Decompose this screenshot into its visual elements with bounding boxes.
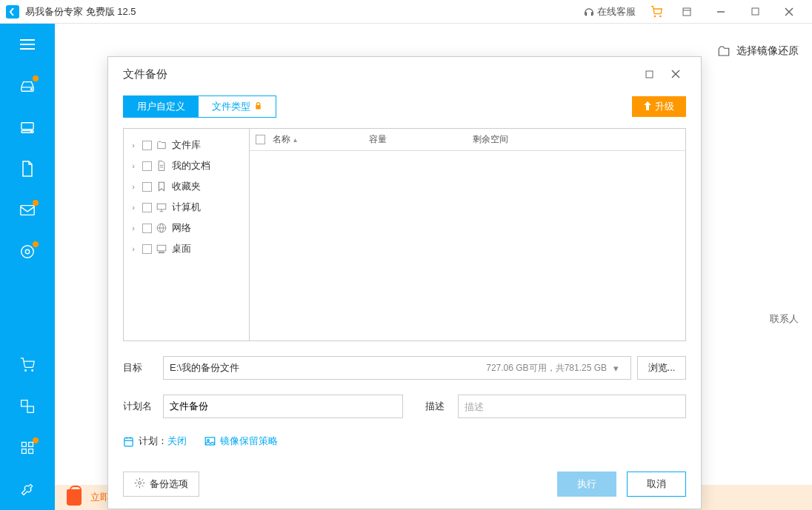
- cancel-button[interactable]: 取消: [627, 472, 686, 497]
- svg-rect-45: [205, 437, 215, 445]
- svg-point-1: [660, 16, 661, 16]
- tree-item-desktop[interactable]: › 桌面: [128, 238, 244, 259]
- select-all-checkbox[interactable]: [256, 135, 265, 144]
- checkbox[interactable]: [142, 224, 152, 233]
- svg-point-18: [25, 370, 27, 372]
- maximize-button[interactable]: [738, 0, 772, 24]
- restore-image-link[interactable]: 选择镜像还原: [717, 44, 799, 58]
- checkbox[interactable]: [142, 141, 152, 150]
- checkbox[interactable]: [142, 182, 152, 192]
- close-button[interactable]: [772, 0, 806, 24]
- transfer-icon[interactable]: [0, 386, 55, 427]
- folder-tree[interactable]: › 文件库 › 我的文档 › 收藏夹: [124, 129, 250, 340]
- svg-rect-22: [22, 443, 27, 447]
- column-capacity[interactable]: 容量: [369, 133, 473, 146]
- target-path: E:\我的备份文件: [170, 361, 239, 375]
- up-arrow-icon: [644, 101, 651, 113]
- svg-rect-12: [21, 123, 33, 130]
- target-space-info: 727.06 GB可用，共781.25 GB: [486, 362, 607, 375]
- column-remaining[interactable]: 剩余空间: [473, 133, 576, 146]
- svg-rect-20: [21, 400, 27, 406]
- bookmark-icon: [156, 181, 167, 192]
- file-list: 名称▴ 容量 剩余空间: [250, 129, 685, 340]
- menu-icon[interactable]: [0, 24, 55, 65]
- svg-point-47: [139, 482, 142, 485]
- chevron-right-icon: ›: [128, 244, 139, 253]
- svg-rect-33: [157, 204, 166, 209]
- online-service-link[interactable]: 在线客服: [576, 0, 643, 24]
- checkbox[interactable]: [142, 203, 152, 212]
- tools-icon[interactable]: [0, 469, 55, 510]
- tab-user-custom[interactable]: 用户自定义: [124, 96, 199, 117]
- app-logo-icon: [6, 5, 19, 19]
- description-input[interactable]: [458, 395, 686, 418]
- column-name[interactable]: 名称: [273, 134, 290, 144]
- sort-asc-icon: ▴: [293, 135, 297, 144]
- shopping-bag-icon: [67, 489, 81, 506]
- mail-backup-icon[interactable]: [0, 189, 55, 231]
- globe-icon: [156, 223, 167, 233]
- chevron-right-icon: ›: [128, 141, 139, 150]
- svg-rect-2: [683, 8, 690, 16]
- svg-point-16: [21, 246, 34, 258]
- apps-icon[interactable]: [0, 427, 55, 469]
- file-backup-dialog: 文件备份 用户自定义 文件类型: [107, 56, 702, 509]
- cart-icon[interactable]: [643, 0, 670, 24]
- clone-icon[interactable]: [0, 231, 55, 272]
- browse-button[interactable]: 浏览...: [637, 356, 686, 380]
- target-field[interactable]: E:\我的备份文件 727.06 GB可用，共781.25 GB ▾: [163, 356, 631, 380]
- lock-icon: [254, 101, 262, 113]
- svg-point-17: [25, 249, 30, 254]
- svg-rect-41: [124, 437, 133, 446]
- disk-backup-icon[interactable]: [0, 65, 55, 107]
- svg-point-46: [207, 440, 210, 442]
- execute-button[interactable]: 执行: [557, 472, 616, 497]
- retention-link[interactable]: 镜像保留策略: [204, 434, 278, 448]
- svg-rect-39: [157, 245, 166, 251]
- sidebar-cart-icon[interactable]: [0, 344, 55, 386]
- chevron-right-icon: ›: [128, 224, 139, 232]
- tree-item-library[interactable]: › 文件库: [128, 135, 244, 155]
- calendar-icon: [123, 436, 134, 447]
- system-backup-icon[interactable]: [0, 107, 55, 148]
- app-title: 易我备份专家 免费版 12.5: [25, 5, 136, 19]
- chevron-right-icon: ›: [128, 182, 139, 191]
- svg-rect-21: [27, 406, 33, 412]
- description-label: 描述: [425, 400, 458, 413]
- plan-name-input[interactable]: [163, 395, 403, 418]
- tree-item-documents[interactable]: › 我的文档: [128, 155, 244, 176]
- svg-rect-28: [646, 71, 653, 78]
- checkbox[interactable]: [142, 244, 152, 254]
- schedule-link[interactable]: 计划：关闭: [123, 434, 187, 448]
- svg-point-0: [654, 16, 655, 16]
- gear-icon: [134, 477, 145, 491]
- image-icon: [204, 436, 216, 446]
- dialog-close-button[interactable]: [662, 61, 689, 87]
- svg-rect-15: [21, 206, 34, 215]
- dialog-maximize-button[interactable]: [636, 61, 662, 87]
- checkbox[interactable]: [142, 161, 152, 171]
- upgrade-button[interactable]: 升级: [632, 96, 686, 117]
- titlebar: 易我备份专家 免费版 12.5 在线客服: [0, 0, 812, 24]
- svg-point-14: [31, 131, 32, 132]
- svg-rect-4: [752, 8, 759, 15]
- tree-item-computer[interactable]: › 计算机: [128, 197, 244, 218]
- tree-item-favorites[interactable]: › 收藏夹: [128, 176, 244, 197]
- minimize-button[interactable]: [704, 0, 738, 24]
- folder-icon: [156, 141, 167, 150]
- svg-rect-25: [29, 449, 33, 454]
- tab-group: 用户自定义 文件类型: [123, 95, 276, 118]
- target-dropdown-icon[interactable]: ▾: [607, 363, 625, 374]
- window-expand-icon[interactable]: [670, 0, 704, 24]
- sidebar: [0, 24, 55, 510]
- dialog-title: 文件备份: [123, 67, 167, 81]
- tab-file-type[interactable]: 文件类型: [199, 96, 276, 117]
- backup-options-button[interactable]: 备份选项: [123, 472, 199, 497]
- target-label: 目标: [123, 361, 163, 375]
- svg-rect-24: [22, 449, 27, 454]
- document-icon: [156, 161, 167, 171]
- dialog-header: 文件备份: [108, 57, 701, 91]
- tree-item-network[interactable]: › 网络: [128, 218, 244, 238]
- monitor-icon: [156, 203, 167, 212]
- file-backup-icon[interactable]: [0, 148, 55, 189]
